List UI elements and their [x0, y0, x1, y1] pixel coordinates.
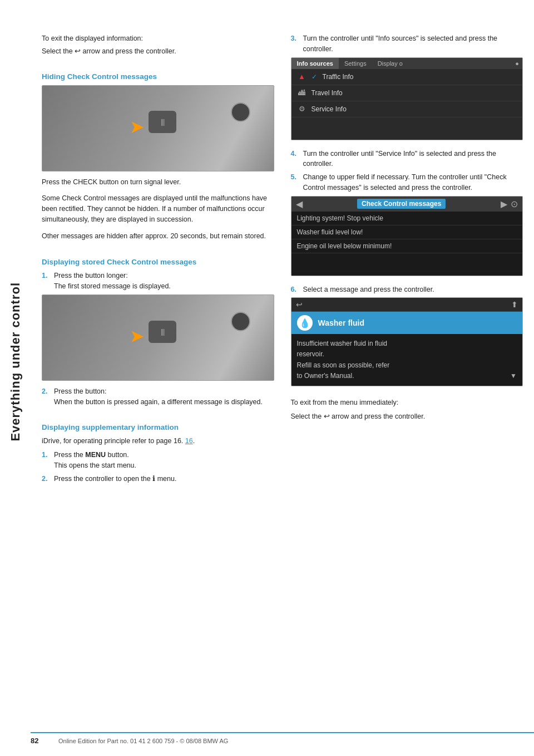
nav-right-arrow: ▶ [501, 199, 507, 209]
step4-num: 4. [291, 149, 300, 170]
travel-info-label: Travel Info [312, 89, 343, 97]
info-item-traffic: ▲ ✓ Traffic Info [291, 69, 523, 85]
wf-body: Insufficient washer fluid in fluid reser… [291, 334, 523, 386]
step1: 1. Press the button longer: The first st… [42, 271, 274, 292]
supp-step2-text: Press the controller to open the ℹ menu. [54, 474, 176, 484]
exit-menu-text2: Select the ↩ arrow and press the control… [291, 411, 523, 422]
section1-para3: Other messages are hidden after approx. … [42, 231, 274, 242]
section1-heading: Hiding Check Control messages [42, 72, 274, 81]
sidebar-label: Everything under control [0, 0, 31, 724]
wf-line2: reservoir. [297, 350, 324, 358]
supp-step1-sub: This opens the start menu. [54, 462, 136, 469]
supp-step1: 1. Press the MENU button. This opens the… [42, 450, 274, 471]
service-icon: ⚙ [297, 104, 307, 114]
supp-step1-num: 1. [42, 450, 51, 471]
info-sources-screen: Info sources Settings Display o ● ▲ ✓ Tr… [291, 57, 523, 140]
step2-text: Press the button: [54, 387, 107, 395]
nav-left: ◀ [296, 199, 303, 209]
step1-text: Press the button longer: [54, 272, 128, 279]
info-tabbar: Info sources Settings Display o ● [291, 58, 523, 69]
cc-title: Check Control messages [357, 199, 446, 209]
step3-text: Turn the controller until "Info sources"… [303, 33, 523, 55]
left-column: To exit the displayed information: Selec… [42, 33, 274, 487]
wf-line3: Refill as soon as possible, refer [297, 361, 390, 369]
step2: 2. Press the button: When the button is … [42, 386, 274, 408]
arrow-indicator-2: ➤ [130, 327, 143, 346]
step6-num: 6. [291, 284, 300, 295]
washer-icon: 💧 [297, 315, 313, 331]
step5-num: 5. [291, 172, 300, 193]
step4-text: Turn the controller until "Service Info"… [303, 149, 523, 170]
tab-display[interactable]: Display o [372, 58, 408, 69]
step2-num: 2. [42, 386, 51, 408]
up-icon: ⬆ [511, 300, 518, 309]
service-info-label: Service Info [312, 105, 347, 113]
washer-fluid-screen: ↩ ⬆ 💧 Washer fluid Insufficient washer f… [291, 297, 523, 386]
supp-step2-num: 2. [42, 474, 51, 484]
nav-right: ▶ ⊙ [501, 199, 518, 209]
arrow-indicator-1: ➤ [130, 118, 143, 136]
wf-title: Washer fluid [318, 318, 365, 327]
wf-title-row: 💧 Washer fluid [291, 312, 523, 334]
car-dashboard-image-1: ➤ [42, 85, 274, 171]
travel-icon: 🏙 [297, 88, 307, 98]
cc-header: ◀ Check Control messages ▶ ⊙ [291, 197, 523, 212]
supp-step1-text: Press the MENU button. [54, 451, 129, 459]
page-number: 82 [31, 737, 47, 745]
tab-info-sources[interactable]: Info sources [291, 58, 339, 69]
info-item-service: ⚙ Service Info [291, 101, 523, 117]
cc-messages-screen: ◀ Check Control messages ▶ ⊙ Lighting sy… [291, 196, 523, 276]
page-footer: 82 Online Edition for Part no. 01 41 2 6… [31, 732, 534, 745]
section2-heading: Displaying stored Check Control messages [42, 258, 274, 266]
check-mark-traffic: ✓ [312, 73, 317, 81]
nav-circle: ⊙ [511, 199, 518, 209]
step3: 3. Turn the controller until "Info sourc… [291, 33, 523, 55]
exit-menu-text1: To exit from the menu immediately: [291, 397, 523, 408]
supp-heading: Displaying supplementary information [42, 423, 274, 431]
page-16-link[interactable]: 16 [185, 437, 193, 445]
step5: 5. Change to upper field if necessary. T… [291, 172, 523, 193]
exit-info-line2: Select the ↩ arrow and press the control… [42, 46, 274, 57]
step1-sub: The first stored message is displayed. [54, 282, 171, 290]
step6: 6. Select a message and press the contro… [291, 284, 523, 295]
step1-num: 1. [42, 271, 51, 292]
cc-item-1: Lighting system! Stop vehicle [291, 212, 523, 225]
step2-sub: When the button is pressed again, a diff… [54, 398, 263, 406]
wf-line1: Insufficient washer fluid in fluid [297, 340, 388, 347]
exit-info-line1: To exit the displayed information: [42, 33, 274, 44]
section1-para2: Some Check Control messages are displaye… [42, 193, 274, 224]
step3-num: 3. [291, 33, 300, 55]
traffic-icon: ▲ [297, 72, 307, 82]
wf-line4: to Owner's Manual. [297, 372, 354, 380]
info-item-travel: 🏙 Travel Info [291, 85, 523, 101]
supp-para: iDrive, for operating principle refer to… [42, 436, 274, 446]
cc-item-2: Washer fluid level low! [291, 225, 523, 239]
footer-text: Online Edition for Part no. 01 41 2 600 … [58, 738, 228, 744]
step6-text: Select a message and press the controlle… [303, 284, 434, 295]
section1-para1: Press the CHECK button on turn signal le… [42, 177, 274, 188]
traffic-info-label: Traffic Info [323, 73, 354, 81]
supp-step2: 2. Press the controller to open the ℹ me… [42, 474, 274, 484]
step4: 4. Turn the controller until "Service In… [291, 149, 523, 170]
right-column: 3. Turn the controller until "Info sourc… [291, 33, 523, 487]
back-icon: ↩ [296, 300, 303, 309]
car-dashboard-image-2: ➤ [42, 294, 274, 381]
tab-settings[interactable]: Settings [339, 58, 372, 69]
tab-dot: ● [512, 58, 522, 69]
wf-header: ↩ ⬆ [291, 298, 523, 312]
cc-item-3: Engine oil level below minimum! [291, 239, 523, 253]
step5-text: Change to upper field if necessary. Turn… [303, 172, 523, 193]
